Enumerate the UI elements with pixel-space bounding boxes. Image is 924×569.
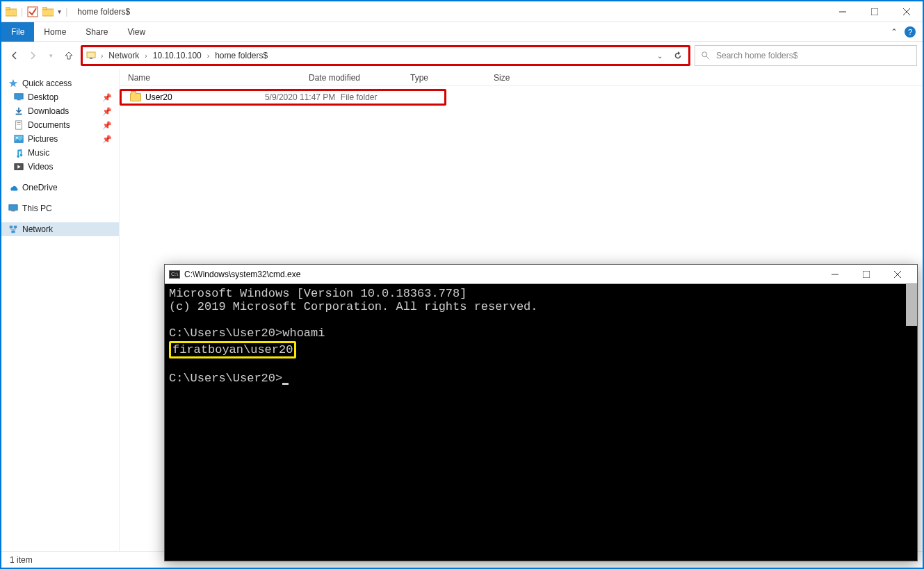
sidebar-label: Desktop — [28, 92, 58, 102]
sidebar-label: Videos — [28, 162, 53, 172]
chevron-right-icon[interactable]: › — [206, 52, 211, 60]
svg-point-20 — [16, 137, 18, 139]
sidebar-item-music[interactable]: Music — [1, 146, 119, 160]
ribbon: File Home Share View ⌃ ? — [1, 22, 923, 42]
pin-icon: 📌 — [102, 135, 112, 144]
music-icon — [14, 148, 24, 158]
pin-icon: 📌 — [102, 93, 112, 102]
col-size[interactable]: Size — [494, 73, 549, 83]
chevron-right-icon[interactable]: › — [99, 52, 104, 60]
divider: | — [21, 7, 23, 17]
breadcrumb-network[interactable]: Network — [107, 51, 140, 60]
col-type[interactable]: Type — [410, 73, 494, 83]
qat-folder-icon[interactable] — [42, 7, 54, 17]
ribbon-collapse-icon[interactable]: ⌃ — [891, 27, 898, 37]
videos-icon — [14, 162, 24, 172]
sidebar-label: Music — [28, 148, 49, 158]
breadcrumb-host[interactable]: 10.10.10.100 — [152, 51, 203, 60]
close-button[interactable] — [891, 1, 923, 22]
search-icon — [701, 51, 711, 60]
cmd-cursor — [282, 383, 289, 385]
svg-rect-10 — [90, 58, 92, 59]
file-date: 5/9/2020 11:47 PM — [265, 92, 341, 102]
forward-button[interactable] — [25, 48, 40, 63]
cmd-minimize-button[interactable] — [819, 265, 850, 284]
cmd-scrollbar[interactable] — [906, 284, 917, 326]
help-icon[interactable]: ? — [905, 26, 916, 38]
minimize-button[interactable] — [827, 1, 859, 22]
pictures-icon — [14, 134, 24, 144]
network-icon — [86, 50, 97, 61]
pin-icon: 📌 — [102, 107, 112, 116]
window-title: home folders$ — [72, 7, 130, 17]
cmd-close-button[interactable] — [882, 265, 913, 284]
search-input[interactable] — [715, 50, 911, 61]
sidebar-label: Downloads — [28, 106, 69, 116]
sidebar-item-this-pc[interactable]: This PC — [1, 201, 119, 215]
downloads-icon — [14, 106, 24, 116]
checkmark-icon[interactable] — [27, 6, 38, 17]
sidebar-item-pictures[interactable]: Pictures 📌 — [1, 132, 119, 146]
cmd-titlebar[interactable]: C:\ C:\Windows\system32\cmd.exe — [165, 265, 917, 284]
sidebar-label: Pictures — [28, 134, 58, 144]
svg-rect-24 — [10, 226, 13, 229]
sidebar-item-videos[interactable]: Videos — [1, 160, 119, 174]
back-button[interactable] — [7, 48, 22, 63]
chevron-right-icon[interactable]: › — [143, 52, 148, 60]
cmd-window[interactable]: C:\ C:\Windows\system32\cmd.exe Microsof… — [164, 264, 918, 561]
recent-dropdown[interactable]: ▾ — [43, 48, 58, 63]
col-date[interactable]: Date modified — [309, 73, 410, 83]
file-type: File folder — [341, 92, 403, 102]
svg-rect-14 — [17, 99, 20, 101]
tab-home[interactable]: Home — [34, 22, 76, 42]
svg-rect-26 — [11, 231, 15, 233]
file-row-highlighted[interactable]: User20 5/9/2020 11:47 PM File folder — [120, 89, 446, 106]
file-name: User20 — [145, 92, 172, 102]
column-headers[interactable]: Name Date modified Type Size — [120, 69, 923, 86]
qat-dropdown-icon[interactable]: ▾ — [58, 8, 61, 15]
svg-rect-9 — [87, 52, 95, 58]
search-box[interactable] — [695, 45, 917, 66]
cmd-maximize-button[interactable] — [850, 265, 882, 284]
sidebar-item-documents[interactable]: Documents 📌 — [1, 118, 119, 132]
cmd-title-text: C:\Windows\system32\cmd.exe — [184, 270, 300, 279]
pin-icon: 📌 — [102, 121, 112, 130]
sidebar-item-desktop[interactable]: Desktop 📌 — [1, 90, 119, 104]
cmd-result-highlighted: firatboyan\user20 — [169, 341, 296, 358]
maximize-button[interactable] — [859, 1, 891, 22]
svg-rect-22 — [9, 205, 17, 211]
svg-rect-16 — [16, 121, 22, 129]
svg-rect-23 — [11, 211, 15, 212]
col-name[interactable]: Name — [128, 73, 309, 83]
tab-share[interactable]: Share — [76, 22, 117, 42]
sidebar-item-onedrive[interactable]: OneDrive — [1, 181, 119, 195]
cmd-line: (c) 2019 Microsoft Corporation. All righ… — [169, 300, 538, 313]
file-tab[interactable]: File — [1, 22, 34, 42]
star-icon — [8, 79, 18, 88]
cmd-line: Microsoft Windows [Version 10.0.18363.77… — [169, 287, 467, 300]
divider: | — [65, 7, 67, 17]
network-icon — [8, 224, 18, 234]
breadcrumb-folder[interactable]: home folders$ — [213, 51, 269, 60]
cmd-prompt: C:\Users\User20> — [169, 372, 282, 385]
titlebar: | ▾ | home folders$ — [1, 1, 923, 22]
svg-line-12 — [706, 56, 709, 59]
address-dropdown[interactable]: ⌄ — [652, 48, 667, 63]
sidebar-label: Documents — [28, 120, 70, 130]
address-bar[interactable]: › Network › 10.10.10.100 › home folders$ — [86, 50, 649, 61]
cmd-icon: C:\ — [169, 270, 180, 279]
sidebar-item-network[interactable]: Network — [1, 222, 119, 236]
nav-row: ▾ › Network › 10.10.10.100 › home folder… — [1, 42, 923, 69]
cmd-output[interactable]: Microsoft Windows [Version 10.0.18363.77… — [165, 284, 917, 561]
sidebar-label: OneDrive — [22, 183, 58, 192]
up-button[interactable] — [61, 48, 76, 63]
item-count: 1 item — [10, 555, 33, 565]
sidebar-label: Network — [22, 224, 53, 234]
sidebar: Quick access Desktop 📌 Downloads 📌 Docum… — [1, 69, 120, 551]
sidebar-item-downloads[interactable]: Downloads 📌 — [1, 104, 119, 118]
address-bar-highlighted: › Network › 10.10.10.100 › home folders$… — [81, 45, 690, 66]
refresh-button[interactable] — [670, 48, 686, 63]
quick-access[interactable]: Quick access — [1, 76, 119, 90]
this-pc-icon — [8, 204, 18, 213]
tab-view[interactable]: View — [117, 22, 155, 42]
